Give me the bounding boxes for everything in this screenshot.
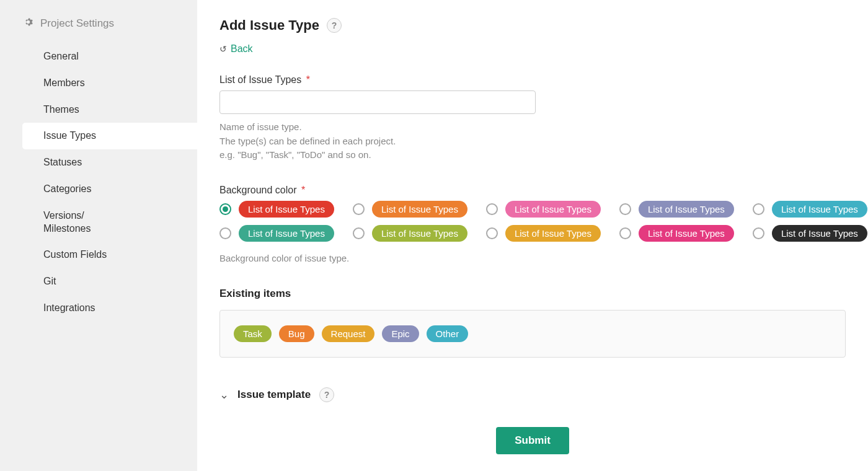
color-swatch-4: List of Issue Types: [772, 201, 867, 218]
color-option-1[interactable]: List of Issue Types: [353, 201, 467, 218]
help-icon[interactable]: ?: [319, 387, 334, 402]
color-option-6[interactable]: List of Issue Types: [353, 225, 467, 242]
existing-item-request: Request: [322, 325, 375, 342]
color-option-0[interactable]: List of Issue Types: [219, 201, 334, 218]
color-field-hint: Background color of issue type.: [219, 252, 846, 266]
existing-items-section: Existing items Task Bug Request Epic Oth…: [219, 288, 846, 358]
sidebar-item-members[interactable]: Members: [0, 70, 197, 97]
color-swatch-5: List of Issue Types: [239, 225, 334, 242]
radio-icon: [486, 227, 498, 239]
color-swatch-8: List of Issue Types: [639, 225, 734, 242]
color-swatch-0: List of Issue Types: [239, 201, 334, 218]
color-option-9[interactable]: List of Issue Types: [753, 225, 867, 242]
color-option-4[interactable]: List of Issue Types: [753, 201, 867, 218]
radio-icon: [219, 227, 231, 239]
submit-row: Submit: [219, 427, 846, 454]
color-option-7[interactable]: List of Issue Types: [486, 225, 601, 242]
existing-item-other: Other: [427, 325, 469, 342]
radio-icon: [753, 227, 764, 239]
sidebar-item-custom-fields[interactable]: Custom Fields: [0, 242, 197, 268]
sidebar-item-themes[interactable]: Themes: [0, 97, 197, 123]
sidebar-header: Project Settings: [0, 16, 197, 43]
color-swatch-2: List of Issue Types: [505, 201, 601, 218]
back-link: Back: [231, 43, 253, 55]
sidebar-item-git[interactable]: Git: [0, 268, 197, 295]
help-icon[interactable]: ?: [327, 18, 342, 33]
required-star: *: [301, 185, 305, 195]
radio-icon: [219, 203, 231, 215]
sidebar-menu: General Members Themes Issue Types Statu…: [0, 43, 197, 322]
background-color-label: Background color *: [219, 185, 846, 196]
radio-icon: [486, 203, 498, 215]
existing-item-bug: Bug: [279, 325, 314, 342]
color-option-3[interactable]: List of Issue Types: [619, 201, 734, 218]
sidebar-item-categories[interactable]: Categories: [0, 176, 197, 203]
radio-icon: [753, 203, 764, 215]
color-swatch-7: List of Issue Types: [505, 225, 601, 242]
color-option-2[interactable]: List of Issue Types: [486, 201, 601, 218]
undo-icon: ↺: [219, 44, 227, 54]
name-field: List of Issue Types * Name of issue type…: [219, 74, 846, 162]
color-option-8[interactable]: List of Issue Types: [619, 225, 734, 242]
name-field-hint: Name of issue type. The type(s) can be d…: [219, 120, 846, 162]
sidebar-item-versions[interactable]: Versions/ Milestones: [0, 203, 197, 242]
page-title: Add Issue Type: [219, 17, 319, 33]
chevron-down-icon: ⌄: [219, 388, 229, 402]
color-swatch-6: List of Issue Types: [372, 225, 467, 242]
radio-icon: [619, 203, 631, 215]
sidebar-item-issue-types[interactable]: Issue Types: [22, 123, 197, 149]
page-title-row: Add Issue Type ?: [219, 17, 846, 33]
required-star: *: [306, 74, 310, 85]
back-link-row[interactable]: ↺ Back: [219, 43, 846, 55]
color-swatch-3: List of Issue Types: [639, 201, 734, 218]
color-option-5[interactable]: List of Issue Types: [219, 225, 334, 242]
radio-icon: [353, 227, 365, 239]
issue-template-title: Issue template: [237, 389, 311, 401]
issue-template-toggle[interactable]: ⌄ Issue template ?: [219, 387, 846, 402]
existing-item-task: Task: [234, 325, 272, 342]
sidebar-item-integrations[interactable]: Integrations: [0, 295, 197, 322]
background-color-field: Background color * List of Issue Types L…: [219, 185, 846, 266]
main-content: Add Issue Type ? ↺ Back List of Issue Ty…: [197, 0, 868, 471]
sidebar-item-statuses[interactable]: Statuses: [0, 149, 197, 176]
color-options-grid: List of Issue Types List of Issue Types …: [219, 201, 846, 242]
color-swatch-9: List of Issue Types: [772, 225, 867, 242]
radio-icon: [353, 203, 365, 215]
name-field-label: List of Issue Types *: [219, 74, 846, 86]
sidebar: Project Settings General Members Themes …: [0, 0, 197, 471]
color-swatch-1: List of Issue Types: [372, 201, 467, 218]
existing-items-title: Existing items: [219, 288, 846, 300]
existing-item-epic: Epic: [382, 325, 418, 342]
gear-icon: [22, 16, 34, 31]
radio-icon: [619, 227, 631, 239]
existing-items-box: Task Bug Request Epic Other: [219, 310, 846, 358]
submit-button[interactable]: Submit: [496, 427, 569, 454]
issue-type-name-input[interactable]: [219, 90, 536, 114]
sidebar-item-general[interactable]: General: [0, 43, 197, 70]
sidebar-title: Project Settings: [40, 17, 114, 30]
